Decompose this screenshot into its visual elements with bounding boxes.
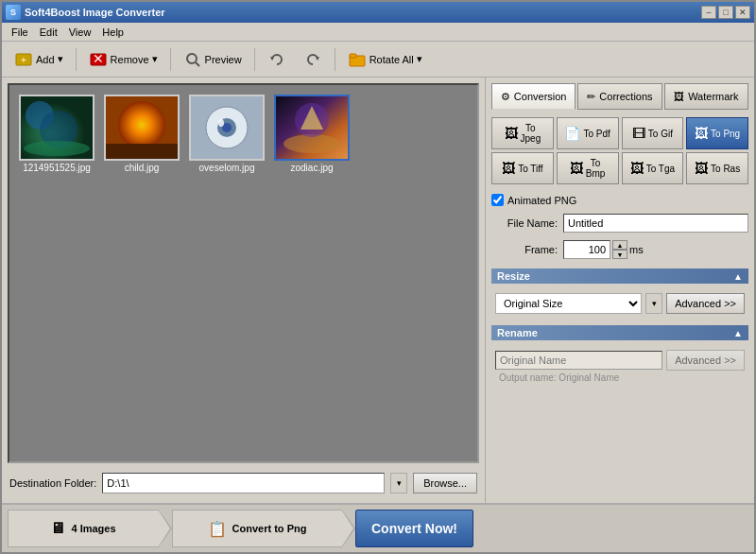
frame-row: Frame: ▲ ▼ ms (491, 240, 748, 259)
svg-rect-9 (350, 54, 356, 58)
rename-section-header: Rename ▲ (491, 325, 748, 340)
rename-section-content: Advanced >> Output name: Original Name (491, 346, 748, 389)
format-tga[interactable]: 🖼 To Tga (622, 152, 684, 184)
menu-help[interactable]: Help (96, 25, 129, 40)
menubar: File Edit View Help (2, 23, 754, 42)
menu-edit[interactable]: Edit (34, 25, 63, 40)
jpeg-icon: 🖼 (505, 126, 518, 141)
tab-watermark[interactable]: 🖼 Watermark (664, 83, 748, 110)
format-jpeg[interactable]: 🖼 To Jpeg (491, 117, 554, 149)
image-thumbnail-4[interactable] (274, 95, 350, 161)
image-thumbnail-2[interactable] (104, 95, 180, 161)
format-pdf[interactable]: 📄 To Pdf (557, 117, 619, 149)
format-tiff[interactable]: 🖼 To Tiff (491, 152, 554, 184)
image-thumbnail-1[interactable] (19, 95, 94, 161)
frame-up-button[interactable]: ▲ (612, 240, 627, 250)
image-filename-4: zodiac.jpg (290, 163, 333, 173)
animated-png-checkbox[interactable] (491, 194, 504, 206)
images-icon: 🖥 (50, 520, 65, 537)
convert-to-label: Convert to Png (232, 523, 307, 534)
rotate-right-icon (303, 50, 322, 69)
animated-png-row: Animated PNG (491, 194, 748, 206)
rename-label: Rename (497, 327, 538, 338)
remove-label: Remove (111, 54, 149, 65)
main-window: S Soft4Boost Image Converter – □ ✕ File … (0, 0, 756, 554)
animated-png-label[interactable]: Animated PNG (507, 195, 576, 206)
titlebar: S Soft4Boost Image Converter – □ ✕ (2, 2, 754, 23)
resize-section-header: Resize ▲ (491, 268, 748, 284)
image-grid[interactable]: 1214951525.jpg (8, 83, 479, 463)
image-thumbnail-3[interactable] (189, 95, 265, 161)
image-filename-2: child.jpg (125, 163, 160, 173)
maximize-button[interactable]: □ (718, 6, 733, 19)
rename-collapse-button[interactable]: ▲ (733, 328, 743, 338)
action-bar: 🖥 4 Images 📋 Convert to Png Convert Now! (2, 503, 754, 552)
add-label: Add (36, 54, 55, 65)
image-filename-3: oveselom.jpg (199, 163, 255, 173)
remove-button[interactable]: ✕ Remove ▾ (82, 46, 164, 73)
rotate-right-button[interactable] (297, 46, 329, 73)
list-item[interactable]: 1214951525.jpg (17, 93, 96, 175)
tab-corrections[interactable]: ✏ Corrections (577, 83, 662, 110)
list-item[interactable]: oveselom.jpg (187, 93, 266, 175)
svg-point-4 (187, 54, 197, 63)
svg-rect-16 (106, 144, 178, 159)
right-panel: ⚙ Conversion ✏ Corrections 🖼 Watermark 🖼… (485, 78, 754, 503)
rename-advanced-button[interactable]: Advanced >> (666, 350, 745, 371)
destination-dropdown[interactable]: ▾ (390, 473, 407, 493)
toolbar-separator-4 (335, 48, 335, 71)
rename-input[interactable] (495, 351, 662, 370)
resize-advanced-button[interactable]: Advanced >> (666, 293, 745, 314)
svg-marker-6 (270, 57, 274, 61)
browse-button[interactable]: Browse... (413, 473, 477, 493)
format-png[interactable]: 🖼 To Png (686, 117, 748, 149)
convert-to-icon: 📋 (208, 520, 227, 538)
svg-text:✕: ✕ (93, 51, 104, 66)
svg-point-13 (24, 141, 90, 156)
folder-icon (348, 50, 367, 69)
resize-select[interactable]: Original Size (495, 293, 642, 314)
resize-dropdown-arrow[interactable]: ▾ (645, 293, 662, 314)
toolbar-separator-2 (170, 48, 171, 71)
resize-section-content: Original Size ▾ Advanced >> (491, 289, 748, 318)
ras-icon: 🖼 (695, 161, 708, 176)
frame-spinner-buttons: ▲ ▼ (612, 240, 627, 259)
remove-dropdown-arrow[interactable]: ▾ (152, 53, 158, 65)
format-gif[interactable]: 🎞 To Gif (622, 117, 684, 149)
frame-spinner: ▲ ▼ ms (563, 240, 644, 259)
images-step: 🖥 4 Images (8, 510, 159, 547)
svg-marker-7 (316, 57, 319, 61)
resize-collapse-button[interactable]: ▲ (733, 271, 743, 282)
window-title: Soft4Boost Image Converter (25, 7, 165, 18)
format-ras[interactable]: 🖼 To Ras (686, 152, 748, 184)
left-panel: 1214951525.jpg (2, 78, 485, 503)
tab-bar: ⚙ Conversion ✏ Corrections 🖼 Watermark (491, 83, 748, 110)
preview-label: Preview (205, 54, 242, 65)
preview-button[interactable]: Preview (177, 46, 249, 73)
rotate-all-button[interactable]: Rotate All ▾ (341, 46, 429, 73)
filename-input[interactable] (563, 214, 748, 233)
toolbar-separator-1 (76, 48, 77, 71)
list-item[interactable]: zodiac.jpg (272, 93, 352, 175)
frame-input[interactable] (563, 240, 610, 259)
frame-down-button[interactable]: ▼ (612, 250, 627, 259)
svg-line-5 (196, 62, 199, 66)
tab-conversion[interactable]: ⚙ Conversion (491, 83, 576, 110)
rotate-all-dropdown-arrow[interactable]: ▾ (417, 53, 422, 65)
list-item[interactable]: child.jpg (102, 93, 181, 175)
pdf-icon: 📄 (564, 126, 580, 141)
format-bmp[interactable]: 🖼 To Bmp (557, 152, 619, 184)
add-button[interactable]: + Add ▾ (8, 46, 70, 73)
menu-view[interactable]: View (63, 25, 97, 40)
menu-file[interactable]: File (6, 25, 34, 40)
add-dropdown-arrow[interactable]: ▾ (58, 53, 63, 65)
close-button[interactable]: ✕ (735, 6, 750, 19)
bmp-icon: 🖼 (570, 161, 583, 176)
preview-icon (183, 50, 202, 69)
destination-input[interactable] (102, 473, 385, 493)
toolbar-separator-3 (254, 48, 255, 71)
convert-now-button[interactable]: Convert Now! (355, 510, 473, 547)
rotate-left-button[interactable] (261, 46, 293, 73)
minimize-button[interactable]: – (701, 6, 716, 19)
conversion-icon: ⚙ (501, 91, 510, 103)
